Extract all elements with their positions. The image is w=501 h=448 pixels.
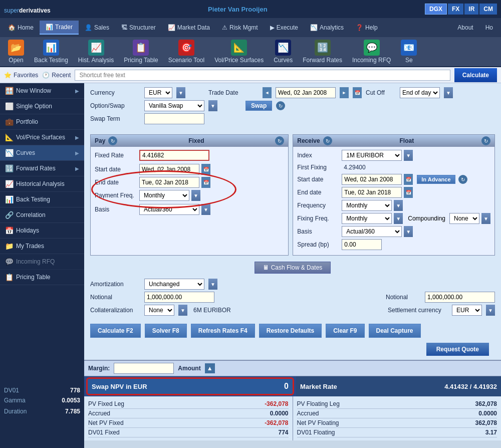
receive-start-date-calendar[interactable]: 📅	[404, 174, 413, 185]
option-swap-dropdown[interactable]: ▼	[208, 100, 217, 111]
fixed-refresh-btn[interactable]: ↻	[275, 136, 284, 145]
swap-button[interactable]: Swap	[245, 101, 272, 111]
payment-freq-select[interactable]: Monthly	[139, 190, 189, 201]
receive-end-date-input[interactable]	[342, 187, 402, 198]
refresh-rates-f4-button[interactable]: Refresh Rates F4	[191, 324, 255, 338]
settlement-dropdown[interactable]: ▼	[486, 305, 495, 316]
solver-f8-button[interactable]: Solver F8	[145, 324, 187, 338]
basis-select[interactable]: Actual/360	[139, 204, 199, 215]
currency-dropdown[interactable]: ▼	[176, 87, 185, 98]
receive-end-date-calendar[interactable]: 📅	[404, 187, 413, 198]
receive-start-date-input[interactable]	[342, 174, 402, 185]
compounding-dropdown[interactable]: ▼	[481, 213, 490, 224]
sidebar-item-my-trades[interactable]: 📁 My Trades	[0, 239, 84, 254]
trade-date-input[interactable]	[276, 87, 336, 98]
pay-start-date-calendar[interactable]: 📅	[201, 164, 210, 175]
index-select[interactable]: 1M EURIBOR	[342, 150, 402, 161]
tool-scenario[interactable]: 🎯 Scenario Tool	[164, 39, 209, 65]
receive-basis-dropdown[interactable]: ▼	[404, 226, 413, 237]
recent-item[interactable]: 🕐 Recent	[42, 72, 71, 79]
notional-input[interactable]	[144, 292, 214, 303]
mode-dgx[interactable]: DGX	[425, 4, 447, 15]
sidebar-item-correlation[interactable]: 🔗 Correlation	[0, 207, 84, 223]
sidebar-item-forward-rates[interactable]: 🔢 Forward Rates ▶	[0, 161, 84, 176]
nav-help[interactable]: ❓Help	[350, 21, 384, 34]
nav-about[interactable]: About	[451, 21, 479, 34]
currency-select[interactable]: EUR	[144, 87, 172, 98]
amortization-dropdown[interactable]: ▼	[208, 279, 217, 290]
restore-defaults-button[interactable]: Restore Defaults	[259, 324, 322, 338]
frequency-select[interactable]: Monthly	[342, 200, 392, 211]
deal-capture-button[interactable]: Deal Capture	[369, 324, 421, 338]
amortization-select[interactable]: Unchanged	[144, 279, 204, 290]
sidebar-item-portfolio[interactable]: 💼 Portfolio	[0, 114, 84, 130]
fixing-freq-select[interactable]: Monthly	[342, 213, 392, 224]
sidebar-item-back-testing[interactable]: 📊 Back Testing	[0, 192, 84, 207]
option-swap-select[interactable]: Vanilla Swap	[144, 100, 204, 111]
search-input[interactable]	[75, 70, 450, 81]
collateral-dropdown[interactable]: ▼	[178, 305, 187, 316]
payment-freq-dropdown[interactable]: ▼	[191, 190, 200, 201]
fixed-rate-input[interactable]	[139, 150, 209, 161]
cash-flow-button[interactable]: 🖩 Cash Flow & Dates	[255, 262, 331, 274]
nav-sales[interactable]: 👤Sales	[79, 21, 115, 34]
sidebar-item-historical-analysis[interactable]: 📈 Historical Analysis	[0, 176, 84, 192]
favorites-item[interactable]: ⭐ Favorites	[4, 72, 38, 79]
frequency-dropdown[interactable]: ▼	[394, 200, 403, 211]
tool-forward-rates[interactable]: 🔢 Forward Rates	[299, 39, 346, 65]
sidebar-item-curves[interactable]: 📉 Curves ▶	[0, 145, 84, 161]
calculate-f2-button[interactable]: Calculate F2	[90, 324, 141, 338]
compounding-select[interactable]: None	[449, 213, 479, 224]
nav-risk-mgmt[interactable]: ⚠Risk Mgmt	[216, 21, 264, 34]
user-link[interactable]: Pieter Van Prooijen	[208, 6, 268, 13]
pay-start-date-input[interactable]	[139, 164, 199, 175]
mode-cm[interactable]: CM	[479, 4, 497, 15]
nav-home[interactable]: 🏠Home	[2, 21, 40, 34]
mode-ir[interactable]: IR	[464, 4, 478, 15]
trade-date-arrow-right[interactable]: ►	[340, 87, 349, 98]
calculate-button[interactable]: Calculate	[454, 68, 497, 82]
pay-end-date-calendar[interactable]: 📅	[201, 177, 210, 188]
clear-f9-button[interactable]: Clear F9	[326, 324, 364, 338]
receive-basis-select[interactable]: Actual/360	[342, 226, 402, 237]
tool-curves[interactable]: 📉 Curves	[270, 39, 297, 65]
nav-analytics[interactable]: 📉Analytics	[304, 21, 350, 34]
nav-ho[interactable]: Ho	[479, 21, 499, 34]
nav-execute[interactable]: ▶Execute	[264, 21, 304, 34]
in-advance-refresh-btn[interactable]: ↻	[458, 175, 467, 184]
index-dropdown[interactable]: ▼	[404, 150, 413, 161]
spread-input[interactable]	[342, 239, 382, 250]
notional-receive-input[interactable]	[425, 292, 495, 303]
cut-off-dropdown[interactable]: ▼	[444, 87, 453, 98]
trade-date-calendar[interactable]: 📅	[353, 87, 362, 98]
sidebar-item-new-window[interactable]: 🪟 New Window ▶	[0, 83, 84, 99]
settlement-select[interactable]: EUR	[452, 305, 482, 316]
request-quote-button[interactable]: Request Quote	[426, 343, 489, 356]
tool-incoming-rfq[interactable]: 💬 Incoming RFQ	[348, 39, 395, 65]
tool-se[interactable]: 📧 Se	[397, 39, 421, 65]
cut-off-select[interactable]: End of day	[400, 87, 440, 98]
tool-open[interactable]: 📂 Open	[4, 39, 28, 65]
swap-term-input[interactable]	[144, 113, 204, 124]
tool-back-testing[interactable]: 📊 Back Testing	[30, 39, 72, 65]
pay-refresh-btn[interactable]: ↻	[108, 136, 117, 145]
pay-end-date-input[interactable]	[139, 177, 199, 188]
swap-refresh-btn[interactable]: ↻	[276, 101, 285, 110]
tool-vol-surfaces[interactable]: 📐 Vol/Price Surfaces	[210, 39, 268, 65]
sidebar-item-vol-price-surfaces[interactable]: 📐 Vol/Price Surfaces ▶	[0, 130, 84, 145]
sidebar-item-pricing-table[interactable]: 📋 Pricing Table	[0, 270, 84, 285]
fixing-freq-dropdown[interactable]: ▼	[394, 213, 403, 224]
sidebar-item-holidays[interactable]: 📅 Holidays	[0, 223, 84, 239]
nav-trader[interactable]: 📊Trader	[40, 21, 79, 35]
basis-dropdown[interactable]: ▼	[201, 204, 210, 215]
mode-fx[interactable]: FX	[448, 4, 463, 15]
tool-hist-analysis[interactable]: 📈 Hist. Analysis	[74, 39, 118, 65]
nav-structurer[interactable]: 🏗Structurer	[115, 21, 162, 34]
amount-arrow[interactable]: ▲	[205, 363, 215, 373]
float-refresh-btn[interactable]: ↻	[481, 136, 490, 145]
collateral-select[interactable]: None	[144, 305, 174, 316]
tool-pricing-table[interactable]: 📋 Pricing Table	[120, 39, 162, 65]
in-advance-button[interactable]: In Advance	[417, 175, 455, 184]
sidebar-item-single-option[interactable]: ⬜ Single Option	[0, 99, 84, 114]
margin-input[interactable]	[114, 363, 174, 374]
